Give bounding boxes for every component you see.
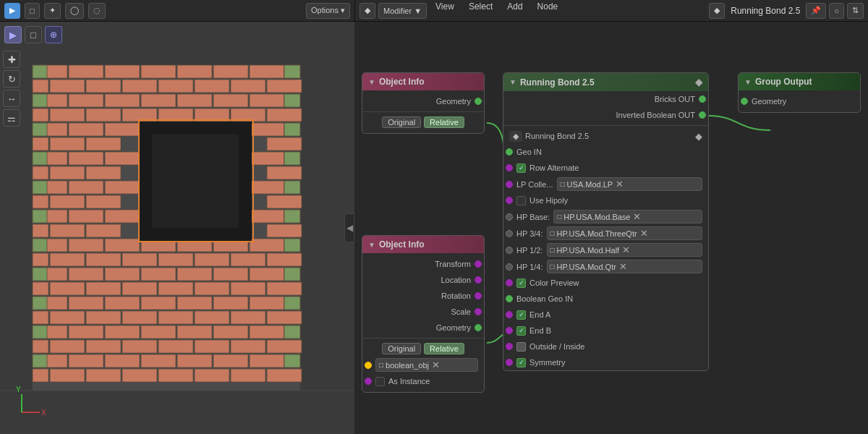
lp-close-btn[interactable]: ✕ [615, 179, 624, 190]
end-a-socket[interactable] [506, 311, 513, 318]
bot-geometry-socket[interactable] [475, 324, 482, 331]
lasso-btn[interactable]: ✦ [44, 3, 61, 19]
svg-rect-160 [33, 326, 47, 339]
hp-14-input[interactable]: □ HP.USA.Mod.Qtr ✕ [547, 260, 703, 273]
modifier-dropdown[interactable]: Modifier ▼ [378, 3, 427, 19]
location-socket[interactable] [475, 276, 482, 284]
toggle-row-top: Original Relative [362, 114, 484, 130]
svg-rect-80 [50, 253, 85, 266]
shield-icon: ◆ [695, 77, 702, 88]
color-prev-checkbox[interactable]: ✓ [516, 278, 526, 288]
box-tool[interactable]: □ [25, 26, 42, 43]
inner-name: Running Bond 2.5 [525, 132, 589, 140]
outside-socket[interactable] [506, 343, 513, 350]
hp-base-input[interactable]: □ HP.USA.Mod.Base ✕ [553, 210, 702, 224]
node-menu[interactable]: Node [532, 0, 564, 22]
select-tool[interactable]: ▶ [4, 26, 22, 43]
symmetry-checkbox[interactable]: ✓ [516, 358, 526, 367]
symmetry-socket[interactable] [506, 359, 513, 366]
svg-rect-161 [33, 354, 47, 367]
hp-base-socket[interactable] [506, 213, 513, 221]
group-output-header: ▼ Group Output [739, 73, 860, 90]
relative-btn-bot[interactable]: Relative [424, 343, 464, 354]
collapse-arrow[interactable]: ▼ [368, 78, 375, 86]
viewport-icon-btn[interactable]: ◆ [359, 3, 375, 19]
viewport-shade-btn[interactable]: ◯ [65, 3, 84, 19]
hp-12-close[interactable]: ✕ [621, 244, 631, 255]
view-menu[interactable]: View [430, 0, 460, 22]
hp-14-socket[interactable] [506, 263, 513, 271]
original-btn-bot[interactable]: Original [382, 343, 421, 354]
relative-btn-top[interactable]: Relative [424, 116, 464, 128]
viewport-collapse-btn[interactable]: ◀ [344, 213, 354, 242]
pin-btn[interactable]: 📌 [806, 3, 826, 19]
geo-in-socket[interactable] [506, 148, 513, 156]
cursor-tool[interactable]: ⊕ [45, 26, 62, 43]
as-inst-socket[interactable] [365, 378, 372, 385]
object-info-bot-title: Object Info [379, 239, 425, 250]
bool-geo-socket[interactable] [506, 295, 513, 302]
hp-34-input[interactable]: □ HP.USA.Mod.ThreeQtr ✕ [547, 226, 703, 240]
rotation-socket[interactable] [475, 292, 482, 299]
scale-tool[interactable]: ↔ [3, 90, 20, 107]
add-menu[interactable]: Add [501, 0, 528, 22]
end-b-checkbox[interactable]: ✓ [516, 326, 526, 336]
box-select-btn[interactable]: □ [25, 3, 40, 19]
end-a-checkbox[interactable]: ✓ [516, 310, 526, 320]
inv-bool-socket[interactable] [699, 111, 706, 119]
group-geo-socket[interactable] [741, 98, 748, 105]
svg-rect-149 [231, 369, 265, 382]
svg-rect-16 [195, 80, 229, 93]
hp-12-socket[interactable] [506, 247, 513, 254]
svg-rect-101 [231, 282, 265, 295]
svg-rect-156 [33, 210, 47, 223]
svg-text:X: X [41, 409, 46, 417]
hp-12-input[interactable]: □ HP.USA.Mod.Half ✕ [547, 243, 703, 257]
collapse-arrow3[interactable]: ▼ [744, 78, 752, 86]
lp-input[interactable]: □ USA.Mod.LP ✕ [557, 177, 702, 191]
nav-btn[interactable]: ⇅ [847, 3, 864, 19]
svg-rect-41 [50, 137, 85, 150]
row-alt-checkbox[interactable]: ✓ [516, 163, 526, 173]
hp-34-close[interactable]: ✕ [639, 228, 649, 239]
outside-checkbox[interactable] [516, 342, 526, 352]
overlay-btn[interactable]: ◌ [88, 3, 106, 19]
hipoly-checkbox[interactable] [516, 196, 526, 205]
location-row: Location [362, 272, 484, 288]
hp-14-close[interactable]: ✕ [618, 261, 628, 272]
select-menu[interactable]: Select [463, 0, 498, 22]
overlay2-btn[interactable]: ○ [829, 3, 844, 19]
obj-socket[interactable] [365, 362, 372, 369]
original-btn-top[interactable]: Original [382, 116, 421, 128]
transform-socket[interactable] [475, 260, 482, 268]
svg-rect-61 [267, 195, 302, 208]
svg-rect-4 [69, 65, 103, 78]
scale-socket[interactable] [475, 308, 482, 315]
svg-rect-109 [250, 297, 284, 310]
lp-value: USA.Mod.LP [567, 180, 613, 189]
obj-close-btn[interactable]: ✕ [431, 359, 441, 370]
outside-label: Outside / Inside [529, 342, 584, 351]
svg-rect-114 [122, 311, 157, 324]
row-alt-socket[interactable] [506, 164, 513, 171]
svg-rect-59 [50, 195, 85, 208]
hp-34-socket[interactable] [506, 230, 513, 237]
hipoly-socket[interactable] [506, 197, 513, 204]
move-tool[interactable]: ✚ [3, 51, 20, 68]
collapse-arrow2[interactable]: ▼ [509, 78, 516, 86]
lp-socket[interactable] [506, 181, 513, 188]
hp-base-close[interactable]: ✕ [632, 211, 642, 222]
3d-viewport[interactable]: ▶ □ ⊕ ✚ ↻ ↔ ⚎ /* placeholder */ [0, 22, 354, 434]
options-btn[interactable]: Options ▾ [306, 3, 350, 19]
color-prev-socket[interactable] [506, 279, 513, 286]
obj-input[interactable]: □ boolean_obj ✕ [375, 358, 478, 372]
geometry-socket-out[interactable] [475, 98, 482, 105]
svg-rect-6 [141, 65, 176, 78]
as-inst-checkbox[interactable] [375, 377, 385, 386]
bricks-out-socket[interactable] [699, 95, 706, 103]
end-b-socket[interactable] [506, 327, 513, 334]
transform-tool[interactable]: ⚎ [3, 109, 20, 127]
collapse-arrow4[interactable]: ▼ [368, 241, 375, 249]
rotate-tool[interactable]: ↻ [3, 70, 20, 88]
select-mode-btn[interactable]: ▶ [4, 3, 20, 19]
